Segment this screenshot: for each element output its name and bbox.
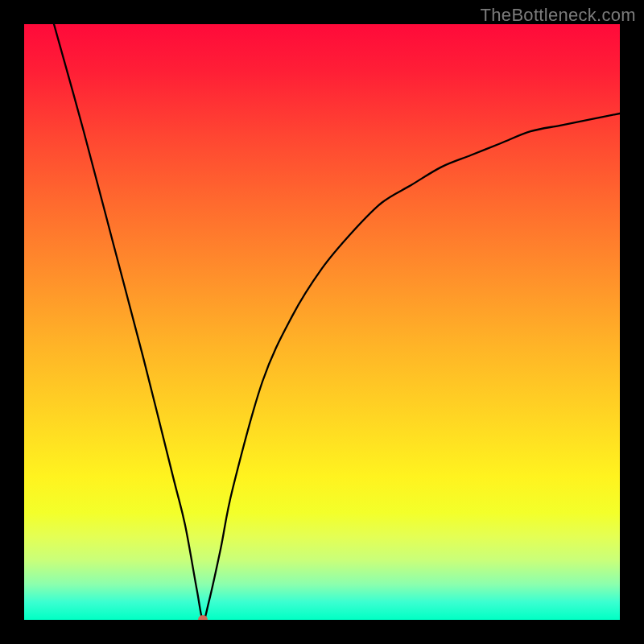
chart-frame: TheBottleneck.com [0,0,644,644]
plot-area [24,24,620,620]
curve-svg [24,24,620,620]
watermark-text: TheBottleneck.com [481,5,636,26]
bottleneck-curve-path [54,24,620,620]
